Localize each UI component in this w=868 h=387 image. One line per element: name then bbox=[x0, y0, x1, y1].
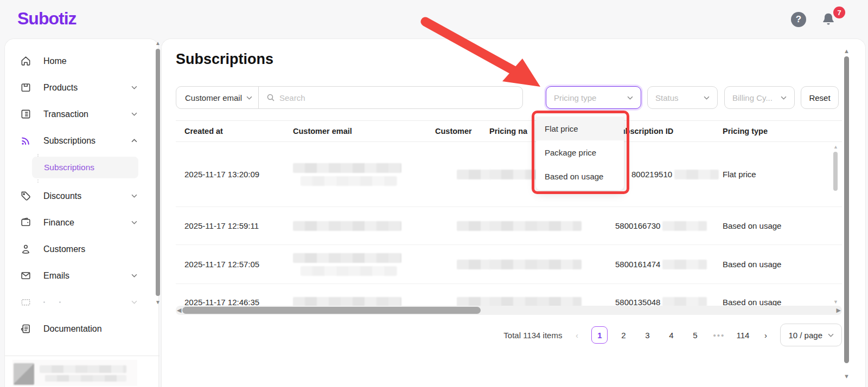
search-box bbox=[259, 93, 522, 102]
sidebar-subnav: Subscriptions bbox=[37, 154, 151, 183]
reset-button[interactable]: Reset bbox=[801, 86, 839, 109]
products-icon bbox=[20, 82, 31, 93]
table-row[interactable]: 2025-11-17 13:20:09 800219510 Flat price bbox=[176, 142, 842, 207]
billing-cycle-filter[interactable]: Billing Cy... bbox=[724, 86, 795, 109]
table-row[interactable]: 2025-11-17 12:59:11 5800166730 Based on … bbox=[176, 207, 842, 245]
column-header: Customer email bbox=[293, 127, 435, 136]
pricing-type-cell: Based on usage bbox=[723, 298, 820, 307]
sidebar-item-documentation[interactable]: Documentation bbox=[5, 315, 151, 342]
chevron-down-icon bbox=[704, 96, 710, 100]
sidebar-item-label: Discounts bbox=[43, 191, 131, 201]
sidebar-item-discounts[interactable]: Discounts bbox=[5, 183, 151, 209]
status-filter[interactable]: Status bbox=[647, 86, 718, 109]
sidebar-item-label: Documentation bbox=[43, 324, 151, 334]
pagination-prev-icon[interactable]: ‹ bbox=[570, 331, 584, 340]
customers-icon bbox=[20, 243, 31, 255]
chevron-up-icon bbox=[131, 139, 137, 143]
column-header: Created at bbox=[184, 127, 293, 136]
sidebar-item-products[interactable]: Products bbox=[5, 74, 151, 101]
pagination-page-4[interactable]: 4 bbox=[663, 326, 679, 344]
customer-redacted bbox=[435, 260, 489, 269]
pricing-type-filter[interactable]: Pricing type bbox=[546, 86, 641, 109]
pricing-name-redacted bbox=[489, 221, 615, 231]
sidebar-item-emails[interactable]: Emails bbox=[5, 262, 151, 289]
dropdown-option-package-price[interactable]: Package price bbox=[536, 140, 624, 164]
sidebar-item-customers[interactable]: Customers bbox=[5, 236, 151, 262]
subscription-id-cell: 5800166730 bbox=[615, 221, 723, 231]
sidebar-subitem-subscriptions[interactable]: Subscriptions bbox=[32, 157, 138, 178]
customer-email-redacted bbox=[293, 221, 435, 231]
created-at-cell: 2025-11-17 12:57:05 bbox=[184, 260, 293, 269]
pricing-type-dropdown: Flat price Package price Based on usage bbox=[536, 114, 624, 190]
chevron-down-icon bbox=[627, 96, 633, 100]
dropdown-option-flat-price[interactable]: Flat price bbox=[536, 117, 624, 140]
filter-bar: Customer email Pricing type Status Billi… bbox=[176, 86, 842, 109]
table-scrollbar-thumb[interactable] bbox=[833, 152, 838, 191]
table-header-row: Created at Customer email Customer Prici… bbox=[176, 120, 842, 142]
scroll-down-icon[interactable]: ▼ bbox=[843, 373, 850, 379]
table-row[interactable]: 2025-11-17 12:46:35 5800135048 Based on … bbox=[176, 284, 842, 307]
sidebar: Home Products Transaction Subscriptio bbox=[4, 38, 159, 387]
scroll-up-icon[interactable]: ▲ bbox=[155, 41, 161, 46]
emails-icon bbox=[20, 270, 31, 281]
sidebar-divider bbox=[5, 356, 159, 356]
pagination-page-1[interactable]: 1 bbox=[591, 326, 608, 344]
sidebar-item-finance[interactable]: Finance bbox=[5, 209, 151, 236]
scroll-up-icon[interactable]: ▲ bbox=[843, 48, 850, 54]
notifications-button[interactable]: 7 bbox=[820, 11, 842, 30]
search-icon bbox=[266, 93, 275, 102]
help-icon[interactable]: ? bbox=[791, 12, 806, 27]
table-scrollbar-horizontal[interactable]: ◀ ▶ bbox=[176, 306, 842, 315]
chevron-down-icon bbox=[131, 274, 137, 278]
scroll-right-icon[interactable]: ▶ bbox=[837, 307, 841, 314]
sidebar-scrollbar-thumb[interactable] bbox=[156, 49, 160, 296]
pagination-page-5[interactable]: 5 bbox=[687, 326, 703, 344]
column-header: Pricing type bbox=[723, 127, 820, 136]
page-size-selector[interactable]: 10 / page bbox=[780, 324, 842, 346]
pricing-type-cell: Based on usage bbox=[723, 260, 820, 269]
pagination-total: Total 1134 items bbox=[503, 331, 562, 340]
customer-redacted bbox=[435, 170, 489, 179]
page-scrollbar-vertical[interactable]: ▲ ▼ bbox=[843, 48, 850, 380]
main-content: Subscriptions Customer email Pricing typ… bbox=[161, 38, 866, 387]
pagination-next-icon[interactable]: › bbox=[758, 331, 773, 340]
user-profile-redacted[interactable] bbox=[12, 360, 137, 386]
scroll-down-icon[interactable]: ▼ bbox=[833, 299, 839, 305]
chevron-down-icon bbox=[131, 221, 137, 224]
subscription-id-cell: 800219510 bbox=[615, 170, 723, 179]
sidebar-item-label: Customers bbox=[43, 244, 151, 254]
sidebar-item-label: Emails bbox=[43, 271, 131, 281]
sidebar-item-subscriptions[interactable]: Subscriptions bbox=[5, 127, 151, 154]
pagination-page-114[interactable]: 114 bbox=[735, 326, 751, 344]
search-input[interactable] bbox=[279, 93, 507, 102]
sidebar-item-transaction[interactable]: Transaction bbox=[5, 101, 151, 127]
home-icon bbox=[20, 55, 31, 67]
sidebar-item-label: Finance bbox=[43, 218, 131, 228]
sidebar-item-partial[interactable] bbox=[5, 289, 151, 315]
transaction-icon bbox=[20, 108, 31, 120]
scroll-down-icon[interactable]: ▼ bbox=[155, 300, 161, 305]
pagination-ellipsis[interactable]: ••• bbox=[711, 326, 727, 344]
sidebar-scrollbar[interactable]: ▲ ▼ bbox=[155, 41, 161, 345]
discounts-icon bbox=[20, 190, 31, 202]
created-at-cell: 2025-11-17 12:59:11 bbox=[184, 221, 293, 230]
pricing-type-cell: Based on usage bbox=[723, 221, 820, 230]
table-row[interactable]: 2025-11-17 12:57:05 5800161474 Based on … bbox=[176, 245, 842, 284]
pagination-page-3[interactable]: 3 bbox=[639, 326, 655, 344]
page-scrollbar-thumb[interactable] bbox=[844, 56, 849, 363]
pagination-page-2[interactable]: 2 bbox=[615, 326, 631, 344]
sidebar-item-home[interactable]: Home bbox=[5, 48, 151, 74]
sidebar-item-label: Transaction bbox=[43, 109, 131, 119]
subscriptions-icon bbox=[20, 135, 31, 146]
finance-icon bbox=[20, 217, 31, 228]
notification-badge: 7 bbox=[833, 7, 845, 18]
dropdown-option-based-on-usage[interactable]: Based on usage bbox=[536, 164, 624, 188]
horizontal-scrollbar-thumb[interactable] bbox=[182, 307, 481, 314]
created-at-cell: 2025-11-17 13:20:09 bbox=[184, 170, 293, 179]
table-scrollbar-vertical[interactable]: ▲ ▼ bbox=[833, 144, 839, 305]
column-header: Customer bbox=[435, 127, 489, 136]
chevron-down-icon bbox=[246, 96, 252, 100]
scroll-up-icon[interactable]: ▲ bbox=[833, 144, 839, 150]
scroll-left-icon[interactable]: ◀ bbox=[177, 307, 181, 314]
search-field-selector[interactable]: Customer email bbox=[176, 87, 259, 108]
